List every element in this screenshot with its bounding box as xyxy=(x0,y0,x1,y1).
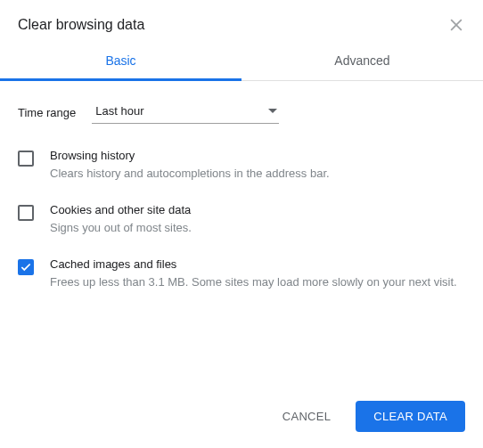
tab-basic[interactable]: Basic xyxy=(0,43,242,80)
time-range-label: Time range xyxy=(18,106,76,119)
time-range-value: Last hour xyxy=(95,104,143,118)
option-desc: Clears history and autocompletions in th… xyxy=(50,166,465,182)
option-title: Cached images and files xyxy=(50,257,465,271)
option-desc: Signs you out of most sites. xyxy=(50,220,465,236)
checkmark-icon xyxy=(20,261,32,273)
option-title: Cookies and other site data xyxy=(50,203,465,216)
time-range-select[interactable]: Last hour xyxy=(92,101,279,124)
option-browsing-history: Browsing history Clears history and auto… xyxy=(18,149,465,182)
close-icon xyxy=(447,16,465,34)
chevron-down-icon xyxy=(268,109,277,113)
clear-browsing-data-dialog: Clear browsing data Basic Advanced Time … xyxy=(0,0,483,448)
clear-data-button[interactable]: CLEAR DATA xyxy=(356,401,465,432)
dialog-footer: CANCEL CLEAR DATA xyxy=(265,401,465,432)
checkbox-cached[interactable] xyxy=(18,259,34,275)
dialog-title: Clear browsing data xyxy=(18,17,144,33)
option-cookies: Cookies and other site data Signs you ou… xyxy=(18,203,465,236)
checkbox-cookies[interactable] xyxy=(18,205,34,221)
option-text: Browsing history Clears history and auto… xyxy=(50,149,465,182)
time-range-row: Time range Last hour xyxy=(18,101,465,124)
option-cached: Cached images and files Frees up less th… xyxy=(18,257,465,290)
tab-advanced[interactable]: Advanced xyxy=(242,43,483,80)
close-button[interactable] xyxy=(447,16,465,34)
option-desc: Frees up less than 3.1 MB. Some sites ma… xyxy=(50,274,465,290)
checkbox-browsing-history[interactable] xyxy=(18,151,34,167)
option-text: Cookies and other site data Signs you ou… xyxy=(50,203,465,236)
option-text: Cached images and files Frees up less th… xyxy=(50,257,465,290)
dialog-header: Clear browsing data xyxy=(0,0,483,43)
dialog-content: Time range Last hour Browsing history Cl… xyxy=(0,81,483,291)
tabs: Basic Advanced xyxy=(0,43,483,81)
cancel-button[interactable]: CANCEL xyxy=(265,401,349,432)
option-title: Browsing history xyxy=(50,149,465,162)
